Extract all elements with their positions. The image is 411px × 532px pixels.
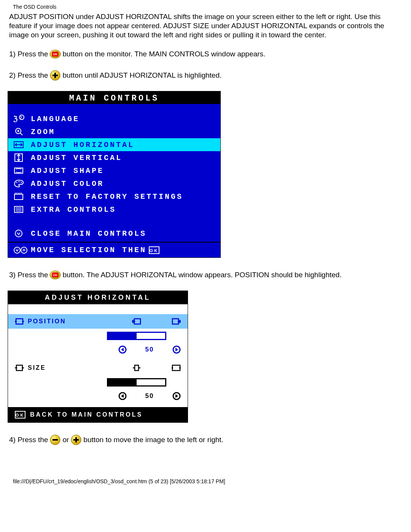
minus-button-icon <box>49 434 61 446</box>
osd-item-label: EXTRA CONTROLS <box>31 205 116 214</box>
osd-item-label: ADJUST COLOR <box>31 179 104 188</box>
arrow-left-icon[interactable] <box>118 345 127 354</box>
svg-point-27 <box>14 247 20 253</box>
arrow-left-icon[interactable] <box>118 392 127 400</box>
svg-point-26 <box>15 230 22 237</box>
osd-gap <box>8 216 220 227</box>
osd-item-adjust-shape[interactable]: ADJUST SHAPE <box>8 164 220 177</box>
size-icon <box>15 364 24 372</box>
ah-size-slider-row <box>8 375 188 390</box>
ah-position-slider-row <box>8 329 188 343</box>
ah-size-row[interactable]: Size <box>8 361 188 375</box>
osd-footer-label: MOVE SELECTION THEN <box>31 246 147 254</box>
osd-item-label: ZOOM <box>31 128 55 136</box>
size-narrow-icon <box>132 364 141 372</box>
svg-marker-55 <box>121 394 124 398</box>
intro-paragraph: ADJUST POSITION under ADJUST HORIZONTAL … <box>8 12 403 39</box>
svg-rect-39 <box>172 319 178 324</box>
page-footer: file:///D|/EDFU/crt_19/edoc/english/OSD_… <box>8 455 403 488</box>
osd-footer: MOVE SELECTION THEN OK <box>8 242 220 257</box>
main-controls-osd: MAIN CONTROLS ℨ? LANGUAGE ZOOM ADJUST HO… <box>8 91 221 258</box>
svg-rect-48 <box>135 365 139 371</box>
step4-text-a: 4) Press the <box>9 436 48 444</box>
adjust-horizontal-osd: Adjust Horizontal Position <box>8 291 188 423</box>
ah-back-label: Back to Main Controls <box>30 411 143 418</box>
svg-rect-51 <box>172 365 180 371</box>
osd-item-adjust-horizontal[interactable]: ADJUST HORIZONTAL <box>8 138 220 151</box>
arrow-right-icon[interactable] <box>172 392 181 400</box>
adjust-color-icon <box>13 179 31 188</box>
step3-text-a: 3) Press the <box>9 271 48 279</box>
plus-button-icon <box>49 70 61 81</box>
ah-size-label: Size <box>28 364 46 371</box>
svg-text:ℨ: ℨ <box>13 115 19 123</box>
svg-rect-21 <box>14 194 23 200</box>
position-slider[interactable] <box>107 332 166 340</box>
osd-item-extra[interactable]: EXTRA CONTROLS <box>8 203 220 216</box>
ok-box-icon: OK <box>149 246 159 254</box>
svg-rect-61 <box>53 439 58 441</box>
svg-line-10 <box>20 133 22 135</box>
step-4: 4) Press the or button to move the image… <box>8 434 403 446</box>
plus-button-icon <box>70 434 82 446</box>
ah-spacer <box>8 304 188 314</box>
osd-item-label: ADJUST VERTICAL <box>31 153 122 162</box>
step-2: 2) Press the button until ADJUST HORIZON… <box>8 70 403 81</box>
svg-rect-45 <box>16 365 22 371</box>
svg-point-20 <box>21 182 22 183</box>
language-icon: ℨ? <box>13 114 31 123</box>
position-value: 50 <box>138 346 161 353</box>
osd-item-adjust-vertical[interactable]: ADJUST VERTICAL <box>8 151 220 164</box>
osd-item-label: RESET TO FACTORY SETTINGS <box>31 192 183 201</box>
adjust-shape-icon <box>13 166 31 175</box>
step1-text-a: 1) Press the <box>9 50 48 58</box>
osd-item-label: LANGUAGE <box>31 115 80 123</box>
arrow-right-icon[interactable] <box>172 345 181 354</box>
ok-box-icon: OK <box>15 411 25 419</box>
step4-text-c: button to move the image to the left or … <box>83 436 223 444</box>
ah-position-value-row: 50 <box>8 343 188 356</box>
ok-button-icon: OK <box>49 269 61 281</box>
svg-text:OK: OK <box>150 248 159 253</box>
svg-point-19 <box>19 181 20 182</box>
osd-item-zoom[interactable]: ZOOM <box>8 125 220 138</box>
step-3: 3) Press the OK button. The ADJUST HORIZ… <box>8 269 403 281</box>
zoom-icon <box>13 127 31 136</box>
extra-controls-icon <box>13 205 31 214</box>
ah-size-value-row: 50 <box>8 390 188 403</box>
svg-text:OK: OK <box>16 413 25 417</box>
svg-text:OK: OK <box>53 273 57 277</box>
step3-text-b: button. The ADJUST HORIZONTAL window app… <box>62 271 341 279</box>
svg-text:OK: OK <box>53 53 57 56</box>
step1-text-b: button on the monitor. The MAIN CONTROLS… <box>62 50 265 58</box>
osd-item-reset[interactable]: RESET TO FACTORY SETTINGS <box>8 190 220 203</box>
shift-right-icon <box>172 318 181 325</box>
osd-item-language[interactable]: ℨ? LANGUAGE <box>8 112 220 125</box>
page-header: The OSD Controls <box>8 0 403 12</box>
reset-icon <box>13 192 31 201</box>
osd-close-row[interactable]: CLOSE MAIN CONTROLS <box>8 227 220 240</box>
svg-rect-34 <box>16 319 23 324</box>
osd-body: ℨ? LANGUAGE ZOOM ADJUST HORIZONTAL ADJUS… <box>8 104 220 242</box>
ah-footer[interactable]: OK Back to Main Controls <box>8 407 188 422</box>
osd-close-label: CLOSE MAIN CONTROLS <box>31 229 147 238</box>
svg-rect-5 <box>53 75 58 76</box>
ok-button-icon: OK <box>49 48 61 60</box>
svg-text:?: ? <box>20 116 24 120</box>
ah-position-label: Position <box>28 318 66 325</box>
svg-point-28 <box>21 247 27 253</box>
step4-text-b: or <box>62 436 69 444</box>
adjust-vertical-icon <box>13 153 31 162</box>
close-icon <box>13 229 31 238</box>
osd-item-label: ADJUST SHAPE <box>31 166 104 175</box>
osd-item-label: ADJUST HORIZONTAL <box>31 141 134 149</box>
size-value: 50 <box>138 392 161 400</box>
osd-item-adjust-color[interactable]: ADJUST COLOR <box>8 177 220 190</box>
ah-title: Adjust Horizontal <box>8 291 188 304</box>
adjust-horizontal-icon <box>13 140 31 149</box>
size-wide-icon <box>172 364 181 372</box>
svg-marker-42 <box>121 348 124 351</box>
size-slider[interactable] <box>107 378 166 387</box>
svg-point-18 <box>16 182 18 183</box>
ah-position-row[interactable]: Position <box>8 314 188 329</box>
